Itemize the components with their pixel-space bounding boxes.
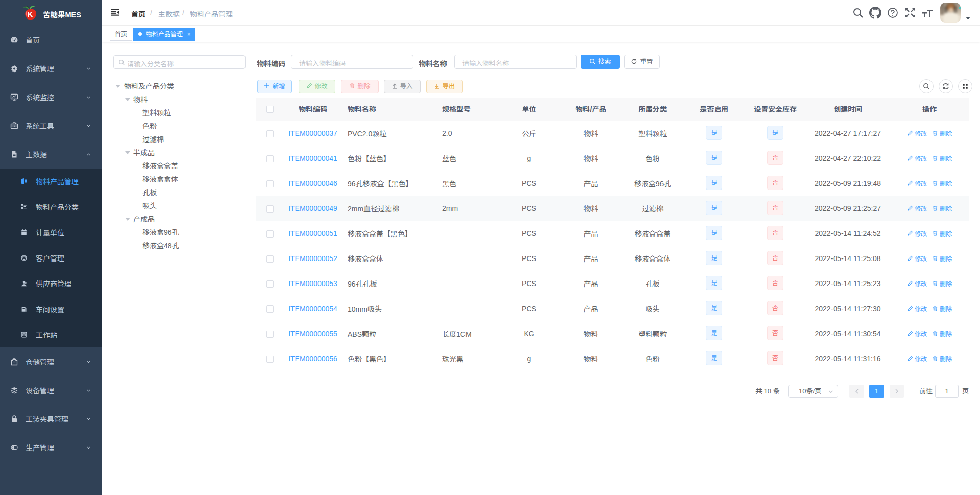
svg-text:K: K: [28, 10, 33, 18]
